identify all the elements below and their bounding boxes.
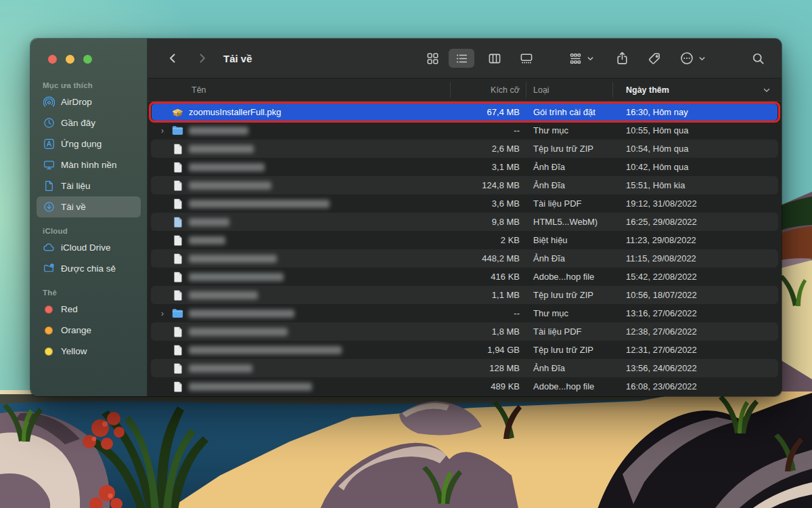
redacted-file-name [189, 255, 277, 263]
column-divider [450, 82, 451, 98]
sidebar-item-được-chia-sẻ[interactable]: Được chia sẻ [37, 258, 141, 279]
sort-direction-icon [763, 86, 771, 94]
file-row[interactable]: 2 KBBiệt hiệu11:23, 29/08/2022 [148, 231, 782, 249]
forward-button[interactable] [192, 49, 212, 68]
file-row-selected[interactable]: zoomusInstallerFull.pkg67,4 MBGói trình … [148, 103, 782, 121]
sidebar-item-tài-về[interactable]: Tài về [37, 196, 141, 217]
sidebar-item-label: Màn hình nền [61, 160, 117, 170]
gallery-view-icon [520, 52, 533, 65]
file-row[interactable]: 448,2 MBẢnh Đĩa11:15, 29/08/2022 [148, 249, 782, 268]
disclosure-triangle-icon[interactable]: › [161, 310, 171, 318]
sidebar-item-icloud-drive[interactable]: iCloud Drive [37, 237, 141, 258]
search-button[interactable] [748, 49, 768, 68]
file-row[interactable]: 489 KBAdobe...hop file16:08, 23/06/2022 [148, 377, 782, 396]
name-cell [148, 344, 450, 356]
file-icon [171, 381, 184, 393]
file-row[interactable]: 1,8 MBTài liệu PDF12:38, 27/06/2022 [148, 322, 782, 341]
file-row[interactable]: ›--Thư mục13:16, 27/06/2022 [148, 304, 782, 322]
file-row[interactable]: 1,94 GBTệp lưu trữ ZIP12:31, 27/06/2022 [148, 341, 782, 359]
file-row[interactable]: ›--Thư mục10:55, Hôm qua [148, 121, 782, 140]
type-cell: Tài liệu PDF [526, 326, 612, 337]
sidebar: Mục ưa thíchAirDropGần đâyỨng dụngMàn hì… [30, 39, 148, 396]
size-cell: 2 KB [450, 235, 526, 245]
file-icon [171, 271, 184, 283]
file-icon [171, 143, 184, 155]
share-button[interactable] [612, 49, 632, 68]
file-row[interactable]: 9,8 MBHTML5...WebM)16:25, 29/08/2022 [148, 213, 782, 231]
chevron-right-icon [196, 52, 208, 64]
list-view-button[interactable] [449, 49, 474, 68]
type-cell: Tệp lưu trữ ZIP [526, 144, 612, 154]
minimize-button[interactable] [66, 55, 74, 64]
sidebar-item-orange[interactable]: Orange [37, 320, 141, 341]
sidebar-item-label: Orange [61, 325, 91, 335]
chevron-down-icon [698, 55, 706, 62]
file-icon [171, 161, 184, 173]
tag-icon [43, 324, 55, 337]
file-row[interactable]: 2,6 MBTệp lưu trữ ZIP10:54, Hôm qua [148, 140, 782, 158]
finder-window: Mục ưa thíchAirDropGần đâyỨng dụngMàn hì… [30, 39, 782, 396]
file-row[interactable]: 3,1 MBẢnh Đĩa10:42, Hôm qua [148, 158, 782, 176]
file-icon [171, 326, 184, 338]
group-by-control[interactable] [565, 49, 594, 68]
date-added-cell: 12:38, 27/06/2022 [612, 326, 782, 337]
type-cell: Tệp lưu trữ ZIP [526, 290, 612, 300]
file-row[interactable]: 416 KBAdobe...hop file15:42, 22/08/2022 [148, 268, 782, 286]
sidebar-item-label: Tài liệu [61, 181, 91, 191]
zoom-button[interactable] [83, 55, 92, 64]
redacted-file-name [189, 273, 284, 281]
sidebar-item-yellow[interactable]: Yellow [37, 341, 141, 362]
file-row[interactable]: 3,6 MBTài liệu PDF19:12, 31/08/2022 [148, 194, 782, 213]
type-cell: Ảnh Đĩa [526, 162, 612, 172]
sidebar-item-label: Gần đây [61, 118, 95, 128]
column-header-date-added[interactable]: Ngày thêm [612, 85, 782, 95]
tag-button[interactable] [644, 49, 664, 68]
file-row[interactable]: 1,1 MBTệp lưu trữ ZIP10:56, 18/07/2022 [148, 286, 782, 304]
sidebar-item-label: iCloud Drive [61, 242, 111, 253]
sidebar-item-airdrop[interactable]: AirDrop [37, 91, 141, 112]
chevron-down-icon [587, 55, 594, 62]
column-view-button[interactable] [484, 49, 505, 68]
search-icon [752, 52, 765, 65]
size-cell: 448,2 MB [450, 253, 526, 263]
type-cell: Thư mục [526, 308, 612, 318]
redacted-file-name [189, 145, 254, 153]
date-added-cell: 10:54, Hôm qua [612, 144, 782, 154]
list-view-icon [455, 52, 468, 65]
name-cell [148, 271, 450, 283]
sidebar-item-red[interactable]: Red [37, 299, 141, 320]
sidebar-item-label: Yellow [61, 346, 87, 356]
close-button[interactable] [48, 55, 57, 64]
name-cell: zoomusInstallerFull.pkg [148, 106, 450, 119]
redacted-file-name [189, 236, 225, 245]
sidebar-item-màn-hình-nền[interactable]: Màn hình nền [37, 154, 141, 175]
column-header-type[interactable]: Loại [526, 85, 612, 95]
name-cell [148, 253, 450, 265]
file-icon [171, 198, 184, 210]
sidebar-item-label: Red [61, 304, 78, 314]
redacted-file-name [189, 127, 248, 135]
type-cell: Ảnh Đĩa [526, 180, 612, 190]
back-button[interactable] [162, 49, 183, 68]
file-row[interactable]: 124,8 MBẢnh Đĩa15:51, Hôm kia [148, 176, 782, 194]
grid-view-button[interactable] [422, 49, 443, 68]
sidebar-item-gần-đây[interactable]: Gần đây [37, 112, 141, 133]
more-options-control[interactable] [677, 49, 706, 68]
disclosure-triangle-icon[interactable]: › [161, 127, 171, 135]
sidebar-section-label: Mục ưa thích [37, 81, 141, 91]
grid-view-icon [426, 52, 439, 65]
date-added-cell: 10:42, Hôm qua [612, 162, 782, 172]
package-icon [171, 106, 184, 119]
redacted-file-name [189, 364, 252, 373]
gallery-view-button[interactable] [516, 49, 537, 68]
date-added-cell: 16:08, 23/06/2022 [612, 381, 782, 391]
sidebar-item-tài-liệu[interactable]: Tài liệu [37, 175, 141, 196]
sidebar-item-ứng-dụng[interactable]: Ứng dụng [37, 133, 141, 154]
window-title: Tải về [223, 53, 252, 64]
column-header-size[interactable]: Kích cỡ [450, 85, 526, 95]
chevron-left-icon [166, 52, 179, 64]
file-row[interactable]: 128 MBẢnh Đĩa13:56, 24/06/2022 [148, 359, 782, 377]
date-added-cell: 16:30, Hôm nay [612, 107, 782, 117]
column-header-name[interactable]: Tên [148, 85, 450, 95]
folder-icon [171, 308, 184, 320]
